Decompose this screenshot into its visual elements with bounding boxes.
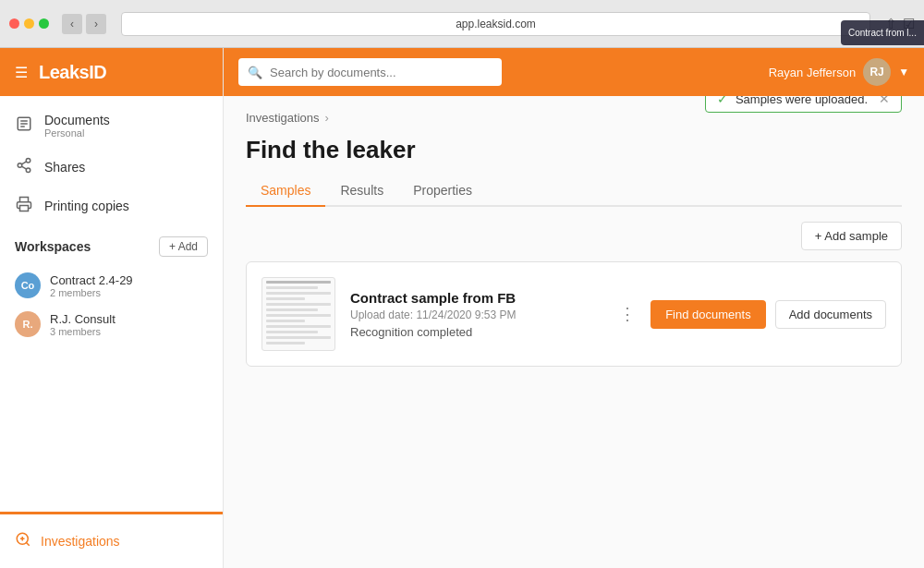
thumbnail-preview <box>266 281 331 347</box>
svg-line-8 <box>21 162 26 164</box>
browser-nav-buttons: ‹ › <box>62 14 106 34</box>
top-bar: 🔍 Rayan Jefferson RJ ▼ <box>224 48 924 96</box>
toolbar: + Add sample <box>246 222 902 250</box>
browser-dots <box>9 18 49 29</box>
dot-green[interactable] <box>39 18 49 29</box>
workspace-info-contract: Contract 2.4-29 2 members <box>50 273 133 298</box>
shares-label: Shares <box>44 160 85 175</box>
svg-point-5 <box>18 163 22 168</box>
documents-icon <box>15 115 33 136</box>
notification-message: Samples were uploaded. <box>736 96 868 106</box>
sample-status: Recognition completed <box>350 325 599 339</box>
svg-point-6 <box>26 168 30 173</box>
main-content: 🔍 Rayan Jefferson RJ ▼ Investigations › <box>224 48 924 568</box>
workspace-name-contract: Contract 2.4-29 <box>50 273 133 287</box>
sidebar-item-documents[interactable]: Documents Personal <box>0 103 223 148</box>
workspace-info-rj: R.J. Consult 3 members <box>50 312 116 337</box>
floating-card: Contract from l... <box>841 20 924 45</box>
sidebar-nav: Documents Personal Shares <box>0 96 223 512</box>
sidebar-header: ☰ LeaksID <box>0 48 223 96</box>
investigations-icon <box>15 531 31 551</box>
workspace-name-rj: R.J. Consult <box>50 312 116 326</box>
close-icon[interactable]: ✕ <box>879 96 890 106</box>
search-input[interactable] <box>270 66 492 79</box>
svg-point-4 <box>26 159 30 163</box>
page-title: Find the leaker <box>246 136 902 164</box>
sidebar-item-printing[interactable]: Printing copies <box>0 187 223 225</box>
avatar: RJ <box>863 58 891 86</box>
dot-red[interactable] <box>9 18 19 29</box>
address-bar[interactable]: app.leaksid.com <box>121 12 870 36</box>
sample-date: Upload date: 11/24/2020 9:53 PM <box>350 308 599 321</box>
documents-label: Documents <box>44 113 110 127</box>
logo: LeaksID <box>39 62 106 83</box>
more-options-button[interactable]: ⋮ <box>614 300 641 328</box>
sample-card: Contract sample from FB Upload date: 11/… <box>246 261 902 367</box>
workspace-rj[interactable]: R. R.J. Consult 3 members <box>15 305 208 344</box>
workspace-avatar-rj: R. <box>15 311 41 337</box>
sample-thumbnail <box>261 277 335 351</box>
dot-yellow[interactable] <box>24 18 34 29</box>
check-icon: ✓ <box>717 96 728 106</box>
workspace-contract[interactable]: Co Contract 2.4-29 2 members <box>15 266 208 305</box>
svg-line-11 <box>26 542 29 545</box>
add-documents-button[interactable]: Add documents <box>775 300 886 329</box>
sidebar-item-investigations[interactable]: Investigations <box>15 526 208 557</box>
floating-card-text: Contract from l... <box>848 28 917 38</box>
chevron-down-icon: ▼ <box>898 66 909 79</box>
workspace-avatar-co: Co <box>15 272 41 298</box>
find-documents-button[interactable]: Find documents <box>650 300 766 329</box>
documents-sub: Personal <box>44 127 110 139</box>
tab-properties[interactable]: Properties <box>398 175 487 207</box>
tab-samples[interactable]: Samples <box>246 175 325 207</box>
sample-info: Contract sample from FB Upload date: 11/… <box>350 290 599 339</box>
tab-results[interactable]: Results <box>325 175 398 207</box>
search-box[interactable]: 🔍 <box>238 58 502 86</box>
workspaces-section: Workspaces + Add Co Contract 2.4-29 2 me… <box>0 225 223 351</box>
add-workspace-button[interactable]: + Add <box>159 236 208 257</box>
content-area: Investigations › ✓ Samples were uploaded… <box>224 96 924 568</box>
url-text: app.leaksid.com <box>456 18 536 30</box>
user-initials: RJ <box>869 66 883 79</box>
shares-icon <box>15 157 33 177</box>
sidebar: ☰ LeaksID Documents Personal <box>0 48 224 568</box>
sample-actions: ⋮ Find documents Add documents <box>614 300 886 329</box>
workspace-members-rj: 3 members <box>50 326 116 337</box>
app-container: ☰ LeaksID Documents Personal <box>0 48 924 568</box>
breadcrumb: Investigations › <box>246 111 329 125</box>
tabs: Samples Results Properties <box>246 175 902 207</box>
investigations-label: Investigations <box>41 534 120 549</box>
sample-name: Contract sample from FB <box>350 290 599 306</box>
back-button[interactable]: ‹ <box>62 14 82 34</box>
svg-rect-9 <box>20 206 29 211</box>
workspaces-title: Workspaces <box>15 239 91 254</box>
breadcrumb-separator: › <box>325 111 329 125</box>
svg-line-7 <box>21 166 26 169</box>
user-name: Rayan Jefferson <box>769 66 856 79</box>
forward-button[interactable]: › <box>86 14 106 34</box>
breadcrumb-root[interactable]: Investigations <box>246 111 320 125</box>
printing-label: Printing copies <box>44 199 129 213</box>
workspaces-header: Workspaces + Add <box>15 236 208 257</box>
hamburger-icon[interactable]: ☰ <box>15 64 28 81</box>
sidebar-item-shares[interactable]: Shares <box>0 148 223 187</box>
search-icon: 🔍 <box>248 66 262 79</box>
workspace-members-contract: 2 members <box>50 287 133 298</box>
add-sample-button[interactable]: + Add sample <box>801 222 902 250</box>
user-area[interactable]: Rayan Jefferson RJ ▼ <box>769 58 909 86</box>
sidebar-footer: Investigations <box>0 512 223 568</box>
browser-chrome: ‹ › app.leaksid.com ⇧ ☑ <box>0 0 924 48</box>
notification-banner: ✓ Samples were uploaded. ✕ <box>705 96 902 113</box>
printing-icon <box>15 196 33 216</box>
